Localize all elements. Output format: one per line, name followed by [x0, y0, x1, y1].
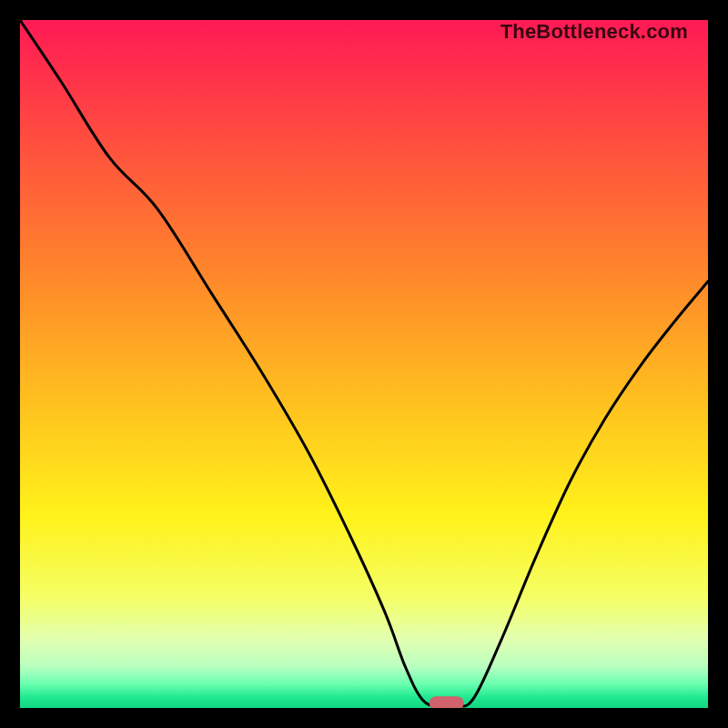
optimum-marker [430, 696, 464, 708]
plot-area: TheBottleneck.com [20, 20, 708, 708]
chart-svg [20, 20, 708, 708]
watermark-text: TheBottleneck.com [500, 20, 688, 44]
chart-frame: TheBottleneck.com [0, 0, 728, 728]
gradient-background [20, 20, 708, 708]
